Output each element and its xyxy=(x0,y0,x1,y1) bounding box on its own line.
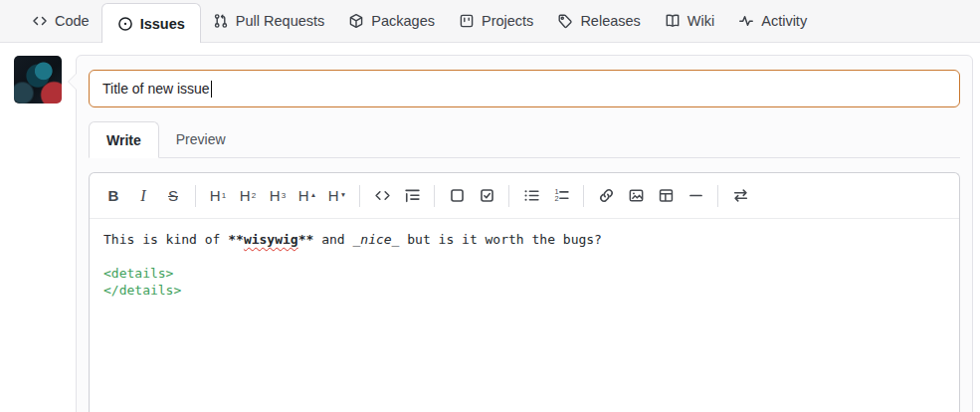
pulse-icon xyxy=(738,13,754,29)
code-icon xyxy=(32,13,48,29)
code-button[interactable] xyxy=(367,181,397,210)
repo-nav: Code Issues Pull Requests Packages Proje… xyxy=(0,0,980,43)
nav-tab-issues[interactable]: Issues xyxy=(101,3,201,43)
text-segment: This is kind of xyxy=(103,232,228,247)
toolbar-divider xyxy=(717,185,718,207)
heading-increase-button[interactable]: H▲ xyxy=(293,181,322,210)
misspelled-word: wisywig xyxy=(244,232,298,247)
horizontal-rule-button[interactable] xyxy=(681,181,710,210)
checkbox-icon xyxy=(449,187,466,204)
bold-button[interactable]: B xyxy=(98,181,128,210)
bold-markup: ** xyxy=(228,232,244,247)
issue-opened-icon xyxy=(117,16,133,32)
git-pull-request-icon xyxy=(213,13,229,29)
table-button[interactable] xyxy=(651,181,681,210)
checkbox-button[interactable] xyxy=(442,181,472,210)
code-icon xyxy=(374,187,391,204)
svg-text:2: 2 xyxy=(554,194,558,203)
horizontal-rule-icon xyxy=(687,187,704,204)
project-board-icon xyxy=(459,13,475,29)
ordered-list-button[interactable]: 12 xyxy=(546,181,576,210)
tab-write[interactable]: Write xyxy=(89,121,159,158)
heading-1-button[interactable]: H1 xyxy=(203,181,233,210)
italic-button[interactable]: I xyxy=(128,181,158,210)
bold-markup: ** xyxy=(298,232,314,247)
nav-tab-label: Activity xyxy=(761,13,807,29)
italic-markup: _nice_ xyxy=(352,232,399,247)
nav-tab-label: Releases xyxy=(580,13,640,29)
list-unordered-icon xyxy=(523,187,540,204)
nav-tab-activity[interactable]: Activity xyxy=(726,0,819,42)
heading-decrease-button[interactable]: H▼ xyxy=(322,181,352,210)
heading-2-button[interactable]: H2 xyxy=(233,181,263,210)
markdown-toolbar: B I S H1 H2 H3 H▲ H▼ xyxy=(90,173,959,219)
nav-tab-label: Wiki xyxy=(687,13,714,29)
toolbar-divider xyxy=(583,185,584,207)
tab-write-label: Write xyxy=(106,132,141,148)
nav-tab-wiki[interactable]: Wiki xyxy=(653,0,726,42)
nav-tab-pull-requests[interactable]: Pull Requests xyxy=(201,0,336,42)
html-tag-close: </details> xyxy=(103,283,181,298)
link-icon xyxy=(598,187,615,204)
html-tag-open: <details> xyxy=(103,266,173,281)
checkbox-checked-button[interactable] xyxy=(472,181,501,210)
issue-title-input[interactable]: Title of new issue xyxy=(89,70,960,107)
toolbar-divider xyxy=(508,185,509,207)
image-icon xyxy=(628,187,645,204)
tab-preview-label: Preview xyxy=(176,131,226,147)
package-icon xyxy=(348,13,364,29)
new-issue-form: Title of new issue Write Preview B I S H… xyxy=(76,55,973,412)
toolbar-divider xyxy=(195,185,196,207)
text-segment: but is it worth the bugs? xyxy=(399,232,602,247)
nav-tab-label: Projects xyxy=(482,13,533,29)
switch-editor-button[interactable] xyxy=(725,181,755,210)
toolbar-divider xyxy=(359,185,360,207)
nav-tab-label: Packages xyxy=(371,13,435,29)
nav-tab-label: Code xyxy=(55,13,90,29)
markdown-textarea[interactable]: This is kind of **wisywig** and _nice_ b… xyxy=(90,219,959,310)
quote-icon xyxy=(404,187,421,204)
nav-tab-label: Pull Requests xyxy=(236,13,324,29)
image-button[interactable] xyxy=(621,181,651,210)
editor-tabs: Write Preview xyxy=(89,121,960,158)
nav-tab-label: Issues xyxy=(140,16,185,32)
issue-title-value: Title of new issue xyxy=(102,81,210,97)
toolbar-divider xyxy=(434,185,435,207)
link-button[interactable] xyxy=(591,181,621,210)
switch-editor-icon xyxy=(732,187,749,204)
tab-preview[interactable]: Preview xyxy=(159,121,243,157)
checkbox-checked-icon xyxy=(479,187,495,204)
text-segment: and xyxy=(313,232,352,247)
unordered-list-button[interactable] xyxy=(516,181,546,210)
text-caret xyxy=(211,81,213,98)
heading-3-button[interactable]: H3 xyxy=(263,181,293,210)
table-icon xyxy=(658,187,675,204)
nav-tab-code[interactable]: Code xyxy=(20,0,101,42)
strikethrough-button[interactable]: S xyxy=(158,181,188,210)
user-avatar[interactable] xyxy=(14,56,62,103)
nav-tab-packages[interactable]: Packages xyxy=(336,0,447,42)
nav-tab-releases[interactable]: Releases xyxy=(545,0,652,42)
nav-tab-projects[interactable]: Projects xyxy=(447,0,545,42)
quote-button[interactable] xyxy=(397,181,427,210)
issue-compose-page: Code Issues Pull Requests Packages Proje… xyxy=(0,0,980,412)
markdown-editor: B I S H1 H2 H3 H▲ H▼ xyxy=(89,172,960,412)
book-icon xyxy=(665,13,681,29)
tag-icon xyxy=(557,13,573,29)
list-ordered-icon: 12 xyxy=(553,187,570,204)
